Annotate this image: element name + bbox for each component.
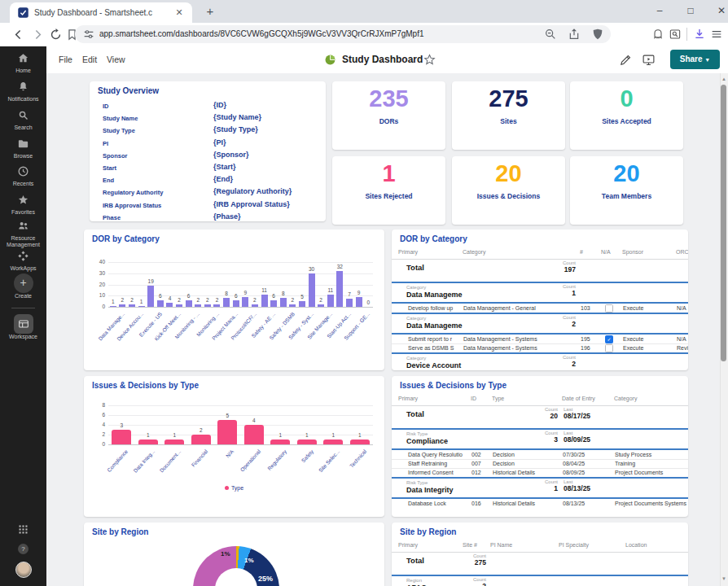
url-field[interactable]: app.smartsheet.com/dashboards/8VC6CVW6gG… <box>75 25 611 43</box>
forward-icon[interactable] <box>31 28 45 42</box>
metric-grid: 235DORs275Sites0Sites Accepted1Sites Rej… <box>46 73 728 236</box>
bar <box>110 306 116 307</box>
brave-shield-icon[interactable] <box>591 28 604 41</box>
sidebar-item-label: Recents <box>0 181 46 187</box>
metric-card: 275Sites <box>452 81 565 150</box>
minimize-button[interactable]: – <box>651 3 668 18</box>
scroll-down-icon[interactable]: ▼ <box>720 575 728 583</box>
checkbox-checked[interactable]: ✓ <box>605 335 613 343</box>
site-settings-icon[interactable] <box>82 28 95 41</box>
total-label: Total <box>406 409 504 419</box>
scroll-up-icon[interactable]: ▲ <box>720 75 728 83</box>
bar <box>233 300 239 307</box>
table-row: Submit report to rData Management - Syst… <box>392 335 688 343</box>
sidebar-item-recents[interactable]: Recents <box>0 165 46 187</box>
table-cell: N/A <box>677 336 688 343</box>
table-cell: Develop follow up <box>408 305 458 313</box>
table-row: Serve as DSMB SData Management - Systems… <box>392 343 688 352</box>
bar <box>323 440 343 444</box>
column-header: Category <box>614 396 688 404</box>
dor-by-category-chart-card: DOR by Category 010203040122119642622286… <box>84 230 384 370</box>
table-row: Develop follow upData Management - Gener… <box>392 304 688 313</box>
reload-icon[interactable] <box>49 28 63 42</box>
table-total-row: TotalCount20Last08/17/25 <box>392 405 688 428</box>
share-button[interactable]: Share ▼ <box>670 50 720 69</box>
bar <box>195 304 201 307</box>
favorite-star-icon[interactable] <box>423 53 436 70</box>
toolbar-divider <box>686 28 687 41</box>
share-page-icon[interactable] <box>568 28 581 41</box>
table-cell: Data Query Resolutio <box>408 452 467 459</box>
menu-icon[interactable] <box>710 28 723 41</box>
metric-card: 0Sites Accepted <box>570 81 683 150</box>
present-icon[interactable] <box>642 53 656 70</box>
sidebar-item-create[interactable]: + Create <box>0 273 46 300</box>
sidebar-item-notifications[interactable]: Notifications <box>0 81 46 103</box>
sidebar-item-home[interactable]: Home <box>0 52 46 74</box>
close-button[interactable]: ✕ <box>713 3 728 18</box>
sidebar-item-favorites[interactable]: Favorites <box>0 194 46 216</box>
downloads-icon[interactable] <box>693 28 706 41</box>
table-cell: Data Management - Systems <box>463 345 575 352</box>
sidebar-item-search[interactable]: Search <box>0 109 46 131</box>
back-icon[interactable] <box>11 28 25 42</box>
metric-value: 20 <box>452 160 565 187</box>
sidebar-item-label: Resource Management <box>0 235 46 248</box>
avatar[interactable] <box>15 562 32 578</box>
metric-value: 235 <box>332 85 445 112</box>
search-extension-icon[interactable] <box>669 28 682 41</box>
new-tab-button[interactable]: + <box>202 2 218 20</box>
tab-close-icon[interactable]: ✕ <box>173 6 186 19</box>
menu-file[interactable]: File <box>59 46 72 73</box>
column-header: ID <box>471 396 489 404</box>
axis-tick-label: 8 <box>90 402 105 409</box>
bar <box>336 271 343 307</box>
tab-title: Study Dashboard - Smartsheet.c <box>34 2 169 23</box>
bar <box>350 440 370 444</box>
column-header: Site # <box>463 542 487 550</box>
plus-icon: + <box>14 273 33 293</box>
table-body: PrimaryCategory#N/ASponsorORCTotalCount1… <box>392 246 688 370</box>
sidebar-item-workspace[interactable]: Workspace <box>0 314 46 340</box>
bar <box>164 440 184 444</box>
zoom-out-icon[interactable] <box>544 28 557 41</box>
table-cell: Historical Details <box>493 501 557 508</box>
gridline <box>108 405 373 406</box>
help-icon[interactable]: ? <box>18 544 29 554</box>
menu-view[interactable]: View <box>107 46 125 73</box>
column-header: PI Specialty <box>559 542 622 550</box>
browser-window: Study Dashboard - Smartsheet.c ✕ + – □ ✕… <box>0 0 728 586</box>
menu-edit[interactable]: Edit <box>82 46 97 73</box>
table-total-row: TotalCount275 <box>392 552 688 575</box>
maximize-button[interactable]: □ <box>682 3 699 18</box>
checkbox-unchecked[interactable] <box>605 304 613 313</box>
extension-dollar-icon[interactable]: $ <box>634 28 646 40</box>
sidebar-item-resource-management[interactable]: Resource Management <box>0 220 46 248</box>
table-total-row: TotalCount197 <box>392 259 688 282</box>
site-by-region-chart-card: Site by Region 1%1%25% <box>84 523 384 586</box>
table-group-row: Risk TypeData IntegrityCount1Last08/13/2… <box>392 479 688 497</box>
wallet-extension-icon[interactable] <box>651 28 664 41</box>
count-cell: Count2 <box>519 315 576 331</box>
bar <box>346 299 353 307</box>
edit-pencil-icon[interactable] <box>619 53 633 70</box>
browser-tab[interactable]: Study Dashboard - Smartsheet.c ✕ <box>10 2 192 23</box>
axis-tick-label: 4 <box>90 422 105 428</box>
table-cell: Training <box>615 461 688 468</box>
bar-value-label: 8 <box>274 291 292 297</box>
sidebar-divider <box>11 308 35 308</box>
column-header: N/A <box>601 249 619 257</box>
bar-value-label: 19 <box>142 278 160 285</box>
last-cell: Last08/09/25 <box>564 431 621 447</box>
checkbox-unchecked[interactable] <box>605 344 613 352</box>
count-cell: Count197 <box>519 260 576 277</box>
column-header: Date of Entry <box>562 396 611 404</box>
sidebar-item-browse[interactable]: Browse <box>0 138 46 160</box>
scrollbar-thumb[interactable] <box>721 85 726 361</box>
bar-value-label: 3 <box>106 422 137 429</box>
extension-b-icon[interactable]: b <box>616 28 628 40</box>
sidebar-item-workapps[interactable]: WorkApps <box>0 250 46 272</box>
apps-grid-icon[interactable] <box>0 523 46 539</box>
gridline <box>108 444 373 445</box>
table-cell: Execute <box>623 336 671 343</box>
